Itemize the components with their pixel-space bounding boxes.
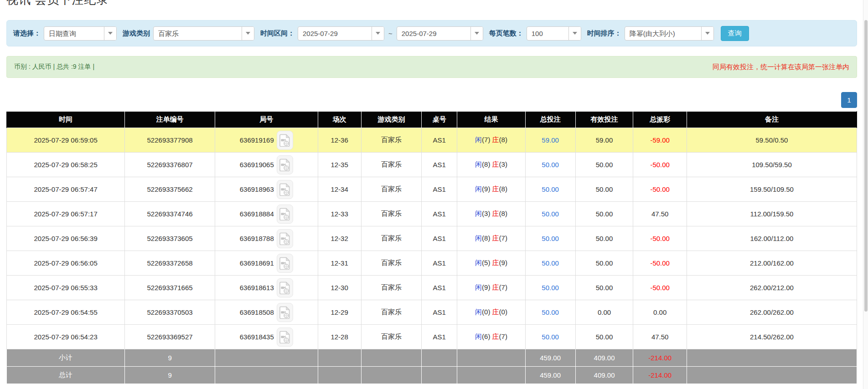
cell-game-type: 百家乐 bbox=[361, 153, 421, 177]
table-row[interactable]: 2025-07-29 06:56:39522693373605636918788… bbox=[7, 226, 857, 251]
cell-bet-id: 522693374746 bbox=[125, 202, 215, 226]
game-type-value: 百家乐 bbox=[154, 27, 242, 40]
cell-game-type: 百家乐 bbox=[361, 276, 421, 300]
cell-remark: 109.50/59.50 bbox=[687, 153, 857, 177]
table-row[interactable]: 2025-07-29 06:58:25522693376807636919065… bbox=[7, 153, 857, 177]
table-row[interactable]: 2025-07-29 06:55:33522693371665636918613… bbox=[7, 276, 857, 300]
cell-payout: -50.00 bbox=[633, 251, 687, 276]
summary-bar: 币别 : 人民币 | 总共 :9 注单 | 同局有效投注，统一计算在该局第一张注… bbox=[6, 56, 857, 78]
video-replay-icon bbox=[279, 331, 290, 343]
total-bet-link[interactable]: 50.00 bbox=[542, 284, 559, 292]
query-type-select[interactable]: 日期查询 bbox=[44, 26, 117, 41]
cell-total-bet: 50.00 bbox=[525, 177, 575, 202]
round-number: 636918788 bbox=[240, 235, 274, 242]
video-replay-button[interactable] bbox=[277, 254, 293, 273]
cell-payout: -50.00 bbox=[633, 153, 687, 177]
cell-time: 2025-07-29 06:57:17 bbox=[7, 202, 125, 226]
search-button[interactable]: 查询 bbox=[721, 26, 749, 41]
cell-total-bet: 50.00 bbox=[525, 325, 575, 349]
round-number: 636918691 bbox=[240, 259, 274, 267]
cell-table-no: AS1 bbox=[422, 276, 457, 300]
cell-round: 636919065 bbox=[215, 153, 318, 177]
table-row[interactable]: 2025-07-29 06:54:55522693370503636918508… bbox=[7, 300, 857, 325]
caret-down-icon[interactable] bbox=[701, 27, 713, 40]
video-replay-button[interactable] bbox=[277, 278, 293, 297]
video-replay-icon bbox=[279, 282, 290, 294]
date-to-input[interactable]: 2025-07-29 bbox=[397, 26, 483, 41]
video-replay-button[interactable] bbox=[277, 155, 293, 174]
col-header-remark: 备注 bbox=[687, 112, 857, 128]
caret-down-icon[interactable] bbox=[568, 27, 581, 40]
total-bet-link[interactable]: 59.00 bbox=[542, 136, 559, 144]
table-row[interactable]: 2025-07-29 06:57:47522693375662636918963… bbox=[7, 177, 857, 202]
cell-remark: 262.00/262.00 bbox=[687, 300, 857, 325]
table-row[interactable]: 2025-07-29 06:57:17522693374746636918884… bbox=[7, 202, 857, 226]
grand-total-count: 9 bbox=[125, 367, 215, 384]
cell-time: 2025-07-29 06:59:05 bbox=[7, 128, 125, 153]
cell-result: 闲(5) 庄(9) bbox=[457, 251, 525, 276]
video-replay-button[interactable] bbox=[277, 131, 293, 150]
cell-round: 636918884 bbox=[215, 202, 318, 226]
scrollbar[interactable] bbox=[863, 0, 868, 389]
table-header-row: 时间 注单编号 局号 场次 游戏类别 桌号 结果 总投注 有效投注 总派彩 备注 bbox=[7, 112, 857, 128]
date-from-value: 2025-07-29 bbox=[298, 27, 372, 40]
result-player-label: 闲 bbox=[475, 283, 482, 291]
subtotal-row: 小计 9 459.00 409.00 -214.00 bbox=[7, 349, 857, 367]
col-header-result: 结果 bbox=[457, 112, 525, 128]
round-number: 636918963 bbox=[240, 185, 274, 193]
table-row[interactable]: 2025-07-29 06:54:23522693369527636918435… bbox=[7, 325, 857, 349]
cell-time: 2025-07-29 06:54:55 bbox=[7, 300, 125, 325]
cell-table-no: AS1 bbox=[422, 153, 457, 177]
cell-round: 636918435 bbox=[215, 325, 318, 349]
game-type-select[interactable]: 百家乐 bbox=[153, 26, 254, 41]
cell-valid-bet: 50.00 bbox=[575, 202, 633, 226]
cell-bet-id: 522693376807 bbox=[125, 153, 215, 177]
cell-round: 636918613 bbox=[215, 276, 318, 300]
grand-total-valid-bet: 409.00 bbox=[575, 367, 633, 384]
result-player-label: 闲 bbox=[475, 185, 482, 193]
result-player-label: 闲 bbox=[475, 333, 482, 340]
cell-session: 12-34 bbox=[318, 177, 361, 202]
result-banker-score: (8) bbox=[499, 210, 507, 217]
video-replay-button[interactable] bbox=[277, 303, 293, 322]
subtotal-total-bet: 459.00 bbox=[525, 349, 575, 367]
result-player-score: (9) bbox=[482, 283, 492, 291]
result-player-score: (7) bbox=[482, 136, 492, 143]
cell-payout: -50.00 bbox=[633, 276, 687, 300]
total-bet-link[interactable]: 50.00 bbox=[542, 161, 559, 169]
result-player-label: 闲 bbox=[475, 210, 482, 217]
cell-remark: 212.00/162.00 bbox=[687, 251, 857, 276]
result-banker-score: (7) bbox=[499, 234, 507, 242]
table-row[interactable]: 2025-07-29 06:59:05522693377908636919169… bbox=[7, 128, 857, 153]
total-bet-link[interactable]: 50.00 bbox=[542, 333, 559, 341]
total-bet-link[interactable]: 50.00 bbox=[542, 210, 559, 218]
result-player-score: (3) bbox=[482, 210, 492, 217]
time-sort-select[interactable]: 降幂(由大到小) bbox=[625, 26, 714, 41]
caret-down-icon[interactable] bbox=[372, 27, 384, 40]
total-bet-link[interactable]: 50.00 bbox=[542, 259, 559, 267]
scrollbar-thumb[interactable] bbox=[864, 20, 868, 312]
caret-down-icon[interactable] bbox=[242, 27, 254, 40]
video-replay-button[interactable] bbox=[277, 328, 293, 347]
table-row[interactable]: 2025-07-29 06:56:05522693372658636918691… bbox=[7, 251, 857, 276]
cell-remark: 59.50/0.50 bbox=[687, 128, 857, 153]
caret-down-icon[interactable] bbox=[470, 27, 483, 40]
video-replay-button[interactable] bbox=[277, 180, 293, 199]
page-1-button[interactable]: 1 bbox=[841, 92, 857, 108]
total-bet-link[interactable]: 50.00 bbox=[542, 235, 559, 242]
video-replay-button[interactable] bbox=[277, 229, 293, 248]
date-from-input[interactable]: 2025-07-29 bbox=[298, 26, 384, 41]
result-banker-label: 庄 bbox=[492, 333, 499, 340]
caret-down-icon[interactable] bbox=[104, 27, 116, 40]
video-replay-button[interactable] bbox=[277, 205, 293, 224]
result-banker-score: (8) bbox=[499, 136, 507, 143]
cell-total-bet: 50.00 bbox=[525, 153, 575, 177]
cell-table-no: AS1 bbox=[422, 325, 457, 349]
total-bet-link[interactable]: 50.00 bbox=[542, 185, 559, 193]
total-bet-link[interactable]: 50.00 bbox=[542, 308, 559, 316]
page-size-select[interactable]: 100 bbox=[527, 26, 581, 41]
cell-session: 12-30 bbox=[318, 276, 361, 300]
table-body: 2025-07-29 06:59:05522693377908636919169… bbox=[7, 128, 857, 349]
result-player-score: (0) bbox=[482, 308, 492, 316]
cell-valid-bet: 50.00 bbox=[575, 153, 633, 177]
